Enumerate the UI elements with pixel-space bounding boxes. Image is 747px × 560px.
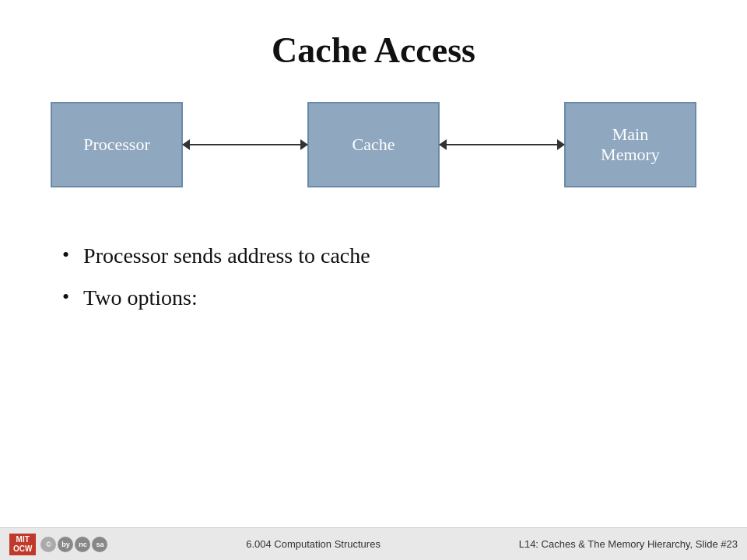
cache-label: Cache [352, 135, 395, 155]
arrow-cache-memory [440, 144, 564, 145]
ocw-label: OCW [13, 544, 32, 554]
footer-left: MIT OCW © by nc sa [9, 534, 107, 555]
cache-box: Cache [307, 102, 440, 187]
bullet-dot-2: • [62, 284, 69, 310]
bullet-text-1: Processor sends address to cache [83, 242, 370, 270]
processor-label: Processor [83, 135, 150, 155]
cc-icon-by: by [58, 537, 73, 552]
double-arrow-1 [183, 144, 307, 145]
bullet-dot-1: • [62, 242, 69, 268]
cc-badge: © by nc sa [40, 537, 107, 552]
bullet-item-2: • Two options: [62, 284, 747, 312]
slide-title: Cache Access [0, 0, 747, 71]
main-memory-label: MainMemory [601, 124, 660, 165]
cc-icon-nc: nc [75, 537, 90, 552]
footer-slide-info: L14: Caches & The Memory Hierarchy, Slid… [519, 538, 738, 550]
footer-course: 6.004 Computation Structures [246, 538, 381, 550]
main-memory-box: MainMemory [564, 102, 696, 187]
double-arrow-2 [440, 144, 564, 145]
arrow-processor-cache [183, 144, 307, 145]
mit-label: MIT [13, 535, 32, 544]
mit-ocw-badge: MIT OCW [9, 534, 36, 555]
cc-icon-c: © [40, 537, 56, 552]
bullets-section: • Processor sends address to cache • Two… [0, 242, 747, 313]
diagram-area: Processor Cache MainMemory [0, 102, 747, 187]
slide-container: Cache Access Processor Cache MainMemory … [0, 0, 747, 560]
cc-icon-sa: sa [92, 537, 107, 552]
bullet-text-2: Two options: [83, 284, 198, 312]
bullet-item-1: • Processor sends address to cache [62, 242, 747, 270]
footer: MIT OCW © by nc sa 6.004 Computation Str… [0, 527, 747, 560]
processor-box: Processor [51, 102, 183, 187]
